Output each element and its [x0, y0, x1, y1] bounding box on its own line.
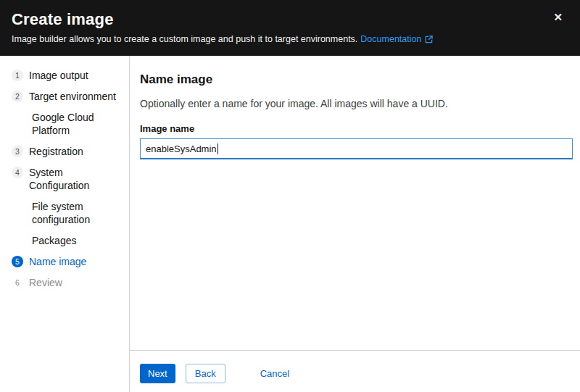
image-name-label: Image name — [140, 123, 573, 134]
wizard-step-name-image[interactable]: 5 Name image — [12, 255, 125, 268]
next-button[interactable]: Next — [140, 364, 175, 383]
content-body: Name image Optionally enter a name for y… — [130, 56, 580, 350]
subtitle-text: Image builder allows you to create a cus… — [12, 33, 357, 45]
image-name-input[interactable]: enableSysAdmin — [140, 138, 573, 159]
documentation-link-label: Documentation — [360, 33, 421, 45]
wizard-subtitle: Image builder allows you to create a cus… — [12, 33, 568, 45]
back-button[interactable]: Back — [186, 364, 225, 383]
external-link-icon — [425, 36, 433, 43]
step-number-badge: 6 — [12, 277, 23, 288]
wizard-step-target-environment[interactable]: 2 Target environment — [12, 90, 125, 103]
step-label: Image output — [29, 69, 88, 82]
step-label: Review — [29, 276, 62, 289]
wizard-step-image-output[interactable]: 1 Image output — [12, 69, 125, 82]
step-number-badge: 3 — [12, 146, 23, 157]
step-label: System Configuration — [29, 166, 125, 192]
step-heading: Name image — [140, 72, 573, 88]
content-column: Name image Optionally enter a name for y… — [130, 56, 580, 392]
text-cursor — [218, 143, 218, 154]
wizard-substep-google-cloud-platform[interactable]: Google Cloud Platform — [32, 111, 125, 137]
wizard-main: 1 Image output 2 Target environment Goog… — [0, 56, 580, 392]
step-label: Target environment — [29, 90, 116, 103]
page-title: Create image — [12, 9, 568, 29]
wizard-step-nav: 1 Image output 2 Target environment Goog… — [0, 56, 130, 392]
step-description: Optionally enter a name for your image. … — [140, 97, 573, 111]
close-icon: ✕ — [553, 11, 563, 23]
step-number-badge: 1 — [12, 70, 23, 81]
wizard-footer: Next Back Cancel — [130, 350, 580, 392]
step-label: File system configuration — [32, 200, 119, 226]
wizard-substep-file-system-configuration[interactable]: File system configuration — [32, 200, 125, 226]
step-number-badge: 5 — [12, 256, 23, 267]
wizard-step-review: 6 Review — [12, 276, 125, 289]
wizard-step-registration[interactable]: 3 Registration — [12, 145, 125, 158]
close-button[interactable]: ✕ — [550, 10, 566, 24]
step-label: Packages — [32, 234, 76, 247]
step-number-badge: 2 — [12, 91, 23, 102]
cancel-button[interactable]: Cancel — [257, 364, 292, 383]
wizard-substep-packages[interactable]: Packages — [32, 234, 125, 247]
step-label: Google Cloud Platform — [32, 111, 119, 137]
step-label: Registration — [29, 145, 83, 158]
wizard-header: Create image Image builder allows you to… — [0, 0, 580, 56]
step-label: Name image — [29, 255, 86, 268]
wizard-step-system-configuration[interactable]: 4 System Configuration — [12, 166, 125, 192]
documentation-link[interactable]: Documentation — [360, 33, 433, 45]
image-name-value: enableSysAdmin — [146, 143, 217, 154]
step-number-badge: 4 — [12, 167, 23, 178]
